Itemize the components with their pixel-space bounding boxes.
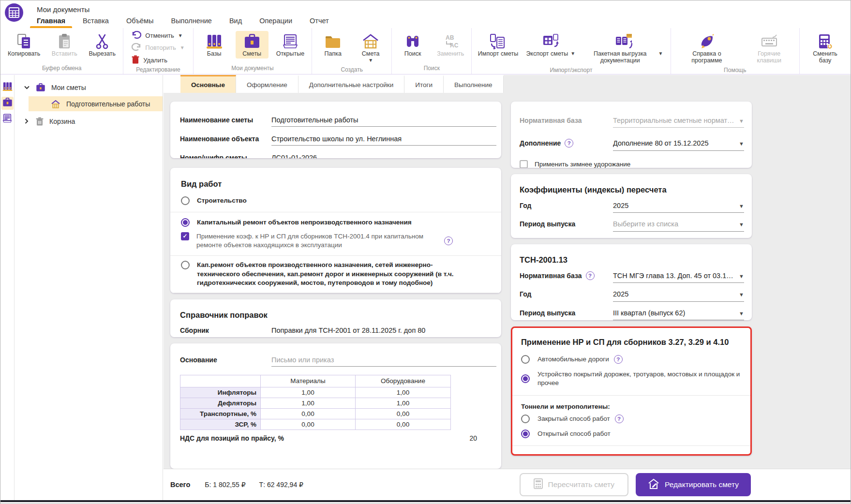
vat-value[interactable]: 20: [469, 434, 477, 442]
menu-tab-operacii[interactable]: Операции: [254, 15, 298, 28]
tsn-base-field[interactable]: ТСН МГЭ глава 13. Доп. 45 от 03.10.2025▼: [613, 272, 744, 283]
supplement-field[interactable]: Дополнение 80 от 15.12.2025▼: [613, 139, 744, 150]
transport-equipment-cell[interactable]: 0,00: [356, 408, 451, 419]
checkbox-icon[interactable]: [520, 160, 528, 168]
menu-tab-vstavka[interactable]: Вставка: [77, 15, 114, 28]
inflators-equipment-cell[interactable]: 1,00: [356, 387, 451, 398]
tab-oformlenie[interactable]: Оформление: [236, 75, 299, 93]
chevron-down-icon[interactable]: ▼: [368, 57, 373, 64]
tsn-period-field[interactable]: III квартал (выпуск 62)▼: [613, 309, 744, 320]
checkbox-checked-icon[interactable]: [181, 232, 189, 240]
tab-dop-nastroyki[interactable]: Дополнительные настройки: [299, 75, 405, 93]
menu-tab-glavnaya[interactable]: Главная: [31, 15, 71, 28]
work-type-option-construction[interactable]: Строительство: [170, 196, 501, 206]
chevron-down-icon[interactable]: ▼: [739, 140, 744, 148]
radio-icon[interactable]: [521, 355, 530, 364]
radio-icon[interactable]: [181, 196, 190, 205]
hotkeys-button[interactable]: Горячие клавиши: [743, 31, 795, 66]
radio-checked-icon[interactable]: [181, 218, 190, 227]
work-type-option-capital-repair[interactable]: Капитальный ремонт объектов непроизводст…: [170, 218, 501, 227]
about-button[interactable]: Справка о программе: [675, 31, 739, 66]
coefficients-card: Коэффициенты (индексы) пересчета Год 202…: [511, 174, 752, 238]
chevron-down-icon[interactable]: ▼: [658, 50, 663, 57]
paste-button[interactable]: Вставить: [48, 31, 81, 59]
radio-checked-icon[interactable]: [521, 430, 530, 438]
tree-item-recycle-bin[interactable]: Корзина: [15, 113, 163, 129]
help-icon[interactable]: ?: [615, 415, 624, 423]
tsn-year-field[interactable]: 2025▼: [613, 290, 744, 301]
recalculate-button[interactable]: Пересчитать смету: [520, 473, 629, 496]
zsr-materials-cell[interactable]: 0,00: [261, 419, 356, 430]
option-open-method[interactable]: Открытый способ работ: [521, 430, 742, 438]
transport-materials-cell[interactable]: 0,00: [261, 408, 356, 419]
help-icon[interactable]: ?: [565, 139, 573, 148]
undo-button[interactable]: Отменить ▼: [132, 31, 184, 40]
change-base-button[interactable]: Сменить базу: [804, 31, 846, 66]
cut-button[interactable]: Вырезать: [86, 31, 119, 59]
radio-icon[interactable]: [521, 415, 530, 423]
inflators-materials-cell[interactable]: 1,00: [261, 387, 356, 398]
chevron-down-icon[interactable]: ▼: [739, 291, 744, 298]
chevron-down-icon[interactable]: ▼: [178, 32, 183, 39]
option-closed-method[interactable]: Закрытый способ работ ?: [521, 415, 742, 423]
basis-field[interactable]: Письмо или приказ: [271, 356, 496, 367]
radio-icon[interactable]: [181, 261, 190, 269]
coeff-period-field[interactable]: Выберите из списка▼: [613, 220, 744, 231]
chevron-right-icon[interactable]: [23, 119, 30, 124]
opened-button[interactable]: Открытые: [273, 31, 308, 59]
rail-estimates-button[interactable]: [1, 97, 14, 110]
batch-export-button[interactable]: Пакетная выгрузка документации▼: [582, 31, 666, 66]
edit-estimate-button[interactable]: Редактировать смету: [636, 473, 751, 496]
zsr-equipment-cell[interactable]: 0,00: [356, 419, 451, 430]
coeff-year-field[interactable]: 2025▼: [613, 202, 744, 213]
menu-tab-obyomy[interactable]: Объёмы: [121, 15, 159, 28]
estimate-button[interactable]: Смета ▼: [354, 31, 387, 65]
tab-vypolnenie[interactable]: Выполнение: [444, 75, 504, 93]
tab-itogi[interactable]: Итоги: [404, 75, 444, 93]
help-icon[interactable]: ?: [586, 271, 595, 280]
option-auto-roads[interactable]: Автомобильные дороги ?: [521, 355, 742, 364]
deflators-materials-cell[interactable]: 1,00: [261, 398, 356, 408]
tree-item-preparatory-works[interactable]: Подготовительные работы: [29, 96, 163, 111]
tree-item-my-estimates[interactable]: Мои сметы: [15, 79, 163, 95]
copy-button[interactable]: Копировать: [5, 31, 43, 59]
winter-cost-checkbox-row[interactable]: Применить зимнее удорожание: [520, 160, 744, 168]
group-label-clipboard: Буфер обмена: [42, 64, 82, 74]
estimates-button[interactable]: Сметы: [236, 31, 269, 59]
chevron-down-icon[interactable]: ▼: [739, 203, 744, 210]
chevron-down-icon[interactable]: [23, 86, 30, 89]
object-name-field[interactable]: Строительство школы по ул. Неглинная: [271, 135, 496, 146]
search-button[interactable]: Поиск: [396, 31, 429, 59]
export-estimate-button[interactable]: Экспорт сметы▼: [525, 31, 577, 59]
menu-tab-vypolnenie[interactable]: Выполнение: [166, 15, 217, 28]
chevron-down-icon[interactable]: ▼: [739, 221, 744, 228]
rail-bases-button[interactable]: [1, 81, 14, 94]
option-pavement[interactable]: Устройство покрытий дорожек, тротуаров, …: [521, 370, 742, 387]
estimate-number-field[interactable]: ЛС01-01-2026: [271, 154, 496, 158]
deflators-equipment-cell[interactable]: 1,00: [356, 398, 451, 408]
folder-button[interactable]: Папка: [316, 31, 349, 59]
help-icon[interactable]: ?: [444, 237, 453, 245]
estimate-name-field[interactable]: Подготовительные работы: [271, 116, 496, 127]
divider: [512, 445, 750, 446]
menu-tab-vid[interactable]: Вид: [224, 15, 247, 28]
delete-button[interactable]: Удалить: [132, 55, 184, 65]
chevron-down-icon[interactable]: ▼: [570, 50, 575, 57]
current-total: Т: 62 492,94 ₽: [259, 481, 303, 489]
trash-icon: [132, 55, 139, 65]
work-type-option-industrial-repair[interactable]: Кап.ремонт объектов производственного на…: [170, 261, 501, 287]
corrections-collection-value[interactable]: Поправки для ТСН-2001 от 28.11.2025 г. д…: [271, 326, 496, 337]
import-estimate-button[interactable]: Импорт сметы: [476, 31, 520, 59]
help-icon[interactable]: ?: [614, 355, 623, 364]
chevron-down-icon[interactable]: ▼: [739, 273, 744, 280]
tab-osnovnye[interactable]: Основные: [180, 75, 236, 93]
normative-base-field[interactable]: Территориальные сметные нормативы для Мо…: [613, 117, 744, 128]
work-type-checkbox-nr-sp[interactable]: Применение коэф. к НР и СП для сборников…: [170, 232, 501, 251]
menu-tab-otchet[interactable]: Отчет: [304, 15, 334, 28]
redo-button[interactable]: Повторить ▼: [132, 43, 184, 52]
bases-button[interactable]: Базы: [198, 31, 231, 59]
chevron-down-icon[interactable]: ▼: [739, 310, 744, 317]
replace-button[interactable]: ABAC Заменить: [434, 31, 467, 59]
rail-opened-button[interactable]: [1, 113, 14, 126]
radio-checked-icon[interactable]: [521, 374, 530, 383]
